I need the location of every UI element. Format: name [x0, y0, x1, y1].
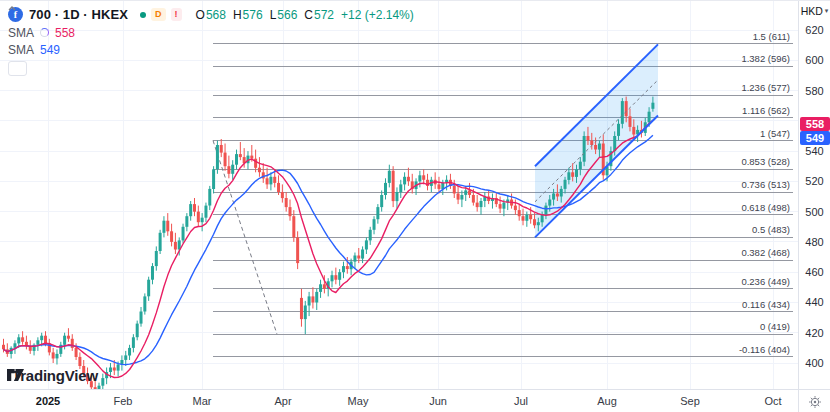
price-tick-label: 540	[799, 145, 830, 157]
price-tick-label: 400	[799, 357, 830, 369]
axis-settings-button[interactable]	[808, 395, 822, 409]
fib-level-label: -0.116 (404)	[739, 344, 790, 357]
close-label: C	[304, 8, 313, 22]
indicator-sma-slow[interactable]: SMA 549	[8, 42, 414, 57]
price-tick-label: 580	[799, 85, 830, 97]
price-tick-label: 500	[799, 206, 830, 218]
tradingview-logo[interactable]: TradingView	[7, 367, 98, 384]
time-label-month: Mar	[193, 395, 212, 407]
tradingview-chart-window: 1.5 (611)1.382 (596)1.236 (577)1.116 (56…	[0, 0, 830, 412]
fib-level-label: 1.116 (562)	[742, 105, 790, 118]
sma-fast-name: SMA	[8, 26, 34, 40]
fib-level-label: 1.236 (577)	[741, 82, 790, 95]
sma-slow-value: 549	[40, 43, 60, 57]
time-label-year: 2025	[36, 395, 60, 407]
time-label-month: Apr	[274, 395, 291, 407]
alert-badge[interactable]: !	[171, 8, 182, 21]
chevron-up-icon	[8, 6, 16, 11]
chevron-down-icon: ▾	[825, 7, 829, 15]
fib-level-label: 0.618 (498)	[741, 202, 790, 215]
time-label-month: Oct	[764, 395, 781, 407]
high-label: H	[233, 8, 242, 22]
fib-level-label: 0.382 (468)	[741, 247, 790, 260]
price-tick-label: 520	[799, 175, 830, 187]
price-tick-label: 420	[799, 327, 830, 339]
fib-level-label: 1.5 (611)	[753, 31, 790, 44]
change-value: +12 (+2.14%)	[341, 8, 414, 22]
fib-level-label: 0.736 (513)	[741, 179, 790, 192]
gear-icon	[808, 395, 822, 409]
open-value: 568	[206, 8, 226, 22]
high-value: 576	[243, 8, 263, 22]
symbol-title[interactable]: 700 · 1D · HKEX	[29, 7, 128, 22]
sma-slow-name: SMA	[8, 43, 34, 57]
indicator-sma-fast[interactable]: SMA 558	[8, 25, 414, 40]
tradingview-logo-icon	[7, 367, 24, 383]
time-label-month: Jul	[514, 395, 528, 407]
tradingview-logo-text: TradingView	[12, 367, 98, 384]
fib-level-label: 0.116 (434)	[742, 299, 790, 312]
price-tick-label: 440	[799, 296, 830, 308]
close-value: 572	[314, 8, 334, 22]
currency-selector[interactable]: HKD ▾	[799, 5, 830, 17]
legend-collapse-button[interactable]	[8, 61, 27, 76]
low-label: L	[270, 8, 277, 22]
price-axis[interactable]: HKD ▾ 620600580540520500480460440420400 …	[798, 1, 830, 389]
price-tick-label: 480	[799, 236, 830, 248]
axis-corner	[798, 389, 830, 412]
time-label-month: Aug	[597, 395, 617, 407]
sma-fast-value: 558	[55, 26, 75, 40]
time-label-month: Sep	[680, 395, 700, 407]
fib-level-label: 1 (547)	[760, 128, 790, 141]
price-tick-label: 620	[799, 24, 830, 36]
price-tick-label: 600	[799, 54, 830, 66]
market-status-dot[interactable]	[140, 12, 146, 18]
chart-plot-area[interactable]: 1.5 (611)1.382 (596)1.236 (577)1.116 (56…	[0, 1, 798, 389]
time-axis[interactable]: 2025FebMarAprMayJunJulAugSepOct	[0, 389, 798, 412]
time-label-month: Jun	[429, 395, 447, 407]
time-label-month: Feb	[114, 395, 133, 407]
time-label-month: May	[348, 395, 369, 407]
open-label: O	[196, 8, 205, 22]
price-tick-label: 460	[799, 266, 830, 278]
low-value: 566	[277, 8, 297, 22]
fib-level-label: 0 (419)	[760, 321, 790, 334]
ohlc-values: O568 H576 L566 C572 +12 (+2.14%)	[196, 8, 414, 22]
currency-label: HKD	[801, 5, 823, 17]
fib-level-label: 0.853 (528)	[741, 156, 790, 169]
sma-fast-price-label: 558	[800, 117, 830, 131]
delayed-data-badge[interactable]: D	[151, 8, 166, 21]
sma-slow-price-label: 549	[800, 131, 830, 145]
fib-level-label: 0.236 (449)	[741, 276, 790, 289]
fib-level-label: 1.382 (596)	[741, 53, 790, 66]
loading-spinner-icon	[40, 28, 49, 37]
fib-level-label: 0.5 (483)	[752, 224, 790, 237]
chart-legend: f 700 · 1D · HKEX D ! O568 H576 L566 C57…	[8, 6, 414, 76]
